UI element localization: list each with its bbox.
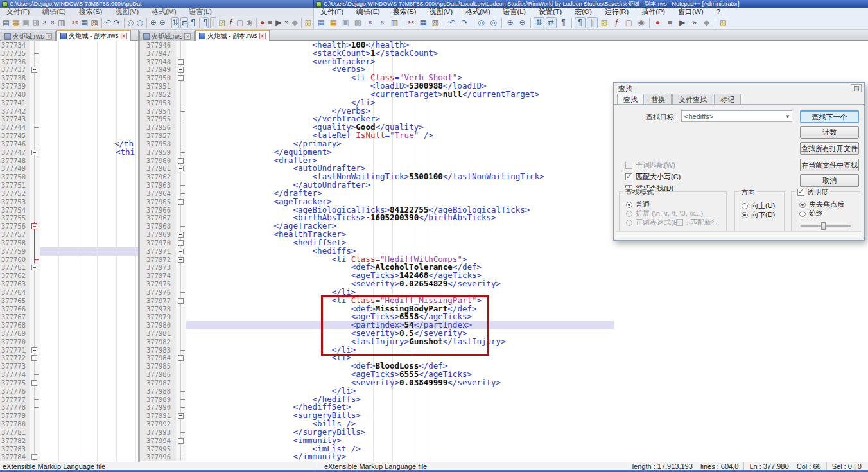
code-line[interactable]: 377974<ageTicks>142468</ageTicks> xyxy=(140,272,868,280)
find-icon[interactable]: ◎ xyxy=(476,17,487,28)
code-line[interactable]: 377754 xyxy=(0,206,138,214)
code-line[interactable]: 377776 xyxy=(0,387,138,396)
code-line[interactable]: 377770 xyxy=(0,338,138,346)
fold-collapse-icon[interactable] xyxy=(178,438,184,444)
replace-icon[interactable]: ◎ xyxy=(488,17,499,28)
macro-stop-icon[interactable]: ■ xyxy=(664,17,675,28)
code-text[interactable]: <hediffs> xyxy=(186,247,868,256)
fold-collapse-icon[interactable] xyxy=(31,265,37,270)
tab-close-icon[interactable]: × xyxy=(259,33,266,39)
code-text[interactable]: </th xyxy=(40,140,138,148)
radio-option-row[interactable]: 扩展 (\n, \r, \t, \0, \x...) xyxy=(626,209,703,218)
code-line[interactable]: 377976</li> xyxy=(140,288,868,297)
document-tab-inactive[interactable]: 火炬城.rws× xyxy=(139,31,195,41)
transparency-checkbox[interactable] xyxy=(797,189,804,196)
find-all-open-docs-button[interactable]: 查找所有打开文件 xyxy=(800,142,859,155)
code-line[interactable]: 377773 xyxy=(0,362,138,371)
code-text[interactable]: </hediffs> xyxy=(186,396,868,404)
code-text[interactable] xyxy=(40,338,138,346)
code-text[interactable]: <ageTicks>142468</ageTicks> xyxy=(186,272,868,280)
code-text[interactable] xyxy=(40,58,138,66)
code-text[interactable] xyxy=(40,346,138,354)
code-line[interactable]: 377774 xyxy=(0,371,138,379)
code-text[interactable]: <def>MissingBodyPart</def> xyxy=(186,305,868,313)
code-line[interactable]: 377982<lastInjury>Gunshot</lastInjury> xyxy=(140,338,868,346)
code-text[interactable] xyxy=(40,354,138,362)
code-line[interactable]: 377980<partIndex>54</partIndex> xyxy=(140,321,868,329)
close-icon[interactable]: × xyxy=(41,17,48,28)
fold-collapse-icon[interactable] xyxy=(31,67,37,73)
code-line[interactable]: 377972<li Class="HediffWithComps"> xyxy=(140,256,868,264)
code-text[interactable] xyxy=(40,321,138,329)
code-line[interactable]: 377747<thi xyxy=(0,148,138,157)
radio-icon[interactable] xyxy=(626,202,632,208)
code-line[interactable]: 377736 xyxy=(0,58,138,66)
menu-item-运行R[interactable]: 运行(R) xyxy=(598,8,635,16)
code-line[interactable]: 377983</li> xyxy=(140,346,868,354)
code-line[interactable]: 377971<hediffs> xyxy=(140,247,868,256)
open-folder-icon[interactable]: ▦ xyxy=(328,17,339,28)
tab-close-icon[interactable]: × xyxy=(121,33,127,39)
fold-collapse-icon[interactable] xyxy=(178,232,184,238)
code-line[interactable]: 377766 xyxy=(0,305,138,313)
fold-collapse-icon[interactable] xyxy=(178,67,184,73)
sync-vertical-icon[interactable]: ⇅ xyxy=(534,17,544,28)
doc-switcher-icon[interactable]: ▢ xyxy=(236,17,244,28)
code-text[interactable]: <bills /> xyxy=(186,420,868,428)
macro-record-icon[interactable]: ● xyxy=(259,17,265,28)
code-line[interactable]: 377779 xyxy=(0,412,138,420)
code-text[interactable]: <imList /> xyxy=(186,445,868,453)
word-wrap-icon[interactable]: ¶ xyxy=(558,17,569,28)
code-text[interactable] xyxy=(40,49,138,58)
code-line[interactable]: 377741 xyxy=(0,99,138,107)
code-line[interactable]: 377757 xyxy=(0,231,138,239)
replace-icon[interactable]: ◎ xyxy=(136,17,144,28)
macro-play-icon[interactable]: ▶ xyxy=(677,17,688,28)
function-list-icon[interactable]: ƒ xyxy=(611,17,622,28)
code-line[interactable]: 377996</immunity> xyxy=(140,453,868,461)
radio-option-row[interactable]: 失去焦点后 xyxy=(799,200,844,209)
save-all-icon[interactable]: ▩ xyxy=(31,17,40,28)
find-target-input[interactable]: <hediffs> ▼ xyxy=(681,110,792,122)
fold-collapse-icon[interactable] xyxy=(31,347,37,353)
indent-guide-icon[interactable]: ∥ xyxy=(587,17,598,28)
code-line[interactable]: 377783 xyxy=(0,445,138,453)
code-line[interactable]: 377745 xyxy=(0,132,138,140)
code-text[interactable]: <partIndex>54</partIndex> xyxy=(186,321,868,329)
code-text[interactable] xyxy=(40,157,138,165)
radio-icon[interactable] xyxy=(799,202,806,208)
code-text[interactable] xyxy=(40,247,138,256)
code-text[interactable] xyxy=(40,445,138,453)
menu-item-宏O[interactable]: 宏(O) xyxy=(568,8,598,16)
code-text[interactable] xyxy=(40,115,138,123)
chevron-down-icon[interactable]: ▼ xyxy=(785,114,790,119)
code-text[interactable]: <li Class="Verb_Shoot"> xyxy=(186,74,868,82)
redo-icon[interactable]: ↷ xyxy=(113,17,121,28)
menu-item-视图V[interactable]: 视图(V) xyxy=(108,8,145,16)
code-line[interactable]: 377991<surgeryBills> xyxy=(140,412,868,420)
fold-collapse-icon[interactable] xyxy=(178,298,184,304)
code-line[interactable]: 377775 xyxy=(0,379,138,387)
doc-switcher-icon[interactable]: ▢ xyxy=(623,17,634,28)
code-text[interactable]: <li> xyxy=(186,354,868,362)
code-text[interactable] xyxy=(40,412,138,420)
code-line[interactable]: 377743 xyxy=(0,115,138,123)
cancel-button[interactable]: 取消 xyxy=(800,174,859,187)
copy-icon[interactable]: ▤ xyxy=(80,17,89,28)
code-line[interactable]: 377947<stackCount>1</stackCount> xyxy=(140,49,868,58)
menu-item-格式M[interactable]: 格式(M) xyxy=(459,8,497,16)
code-text[interactable] xyxy=(40,206,138,214)
code-text[interactable] xyxy=(40,297,138,305)
code-text[interactable] xyxy=(40,272,138,280)
code-line[interactable]: 377759 xyxy=(0,247,138,256)
macro-play-icon[interactable]: ▶ xyxy=(275,17,282,28)
code-line[interactable]: 377749 xyxy=(0,164,138,173)
code-text[interactable]: <severity>0.02654829</severity> xyxy=(186,280,868,288)
fold-collapse-icon[interactable] xyxy=(178,59,184,65)
code-text[interactable] xyxy=(40,437,138,445)
code-text[interactable] xyxy=(40,387,138,396)
print-icon[interactable]: ▥ xyxy=(57,17,65,28)
code-line[interactable]: 377977<li Class="Hediff_MissingPart"> xyxy=(140,297,868,305)
code-text[interactable] xyxy=(40,362,138,371)
code-text[interactable] xyxy=(40,329,138,338)
